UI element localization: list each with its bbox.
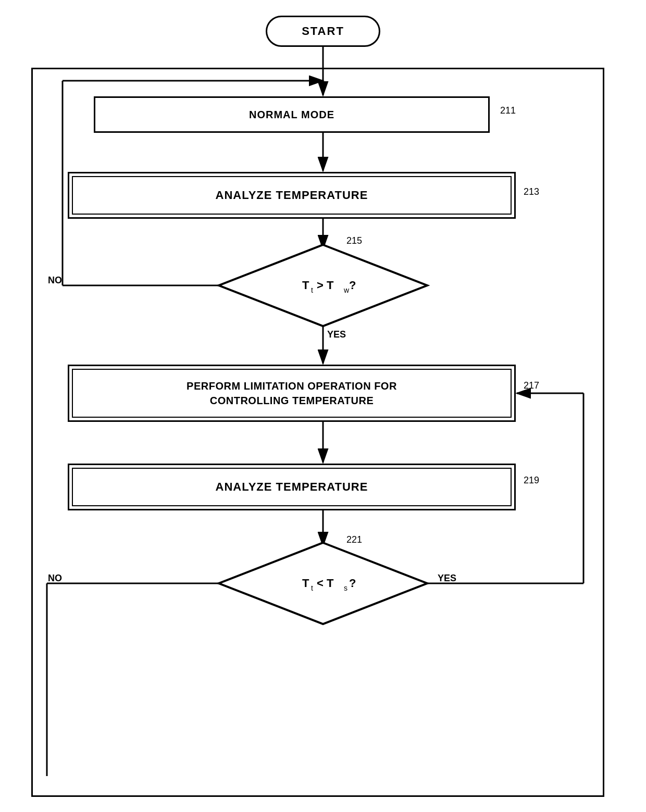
ref-217: 217 (524, 380, 539, 391)
analyze-temp-1-box: ANALYZE TEMPERATURE (68, 172, 516, 219)
analyze-temp-2-label: ANALYZE TEMPERATURE (216, 480, 368, 494)
start-label: START (302, 24, 344, 38)
perform-limit-box: PERFORM LIMITATION OPERATION FORCONTROLL… (68, 365, 516, 422)
analyze-temp-1-label: ANALYZE TEMPERATURE (216, 189, 368, 202)
perform-limit-label: PERFORM LIMITATION OPERATION FORCONTROLL… (187, 379, 397, 408)
normal-mode-label: NORMAL MODE (249, 109, 334, 121)
ref-213: 213 (524, 186, 539, 197)
ref-211: 211 (500, 105, 516, 116)
analyze-temp-2-box: ANALYZE TEMPERATURE (68, 464, 516, 510)
ref-219: 219 (524, 475, 539, 486)
flowchart-diagram: START NORMAL MODE 211 ANALYZE TEMPERATUR… (0, 0, 646, 812)
start-node: START (266, 16, 380, 47)
normal-mode-box: NORMAL MODE (94, 96, 490, 133)
